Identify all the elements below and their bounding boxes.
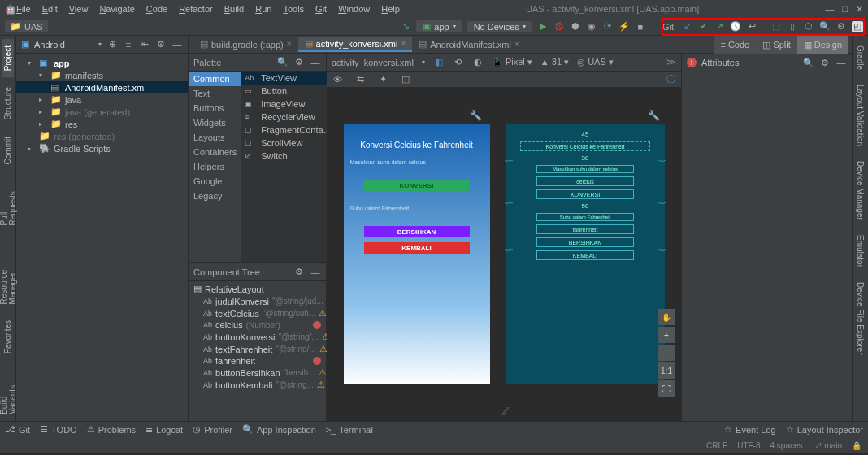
bp-hint2[interactable]: Suhu dalam Fahrenheit — [536, 213, 634, 221]
settings-icon[interactable]: ⚙ — [835, 21, 847, 32]
ct-textCelcius[interactable]: AbtextCelcius "@string/suh...⚠ — [189, 307, 326, 319]
profile-icon[interactable]: ◉ — [586, 21, 597, 32]
menu-code[interactable]: Code — [146, 4, 167, 14]
canvas-btn-4[interactable]: ⛶ — [658, 380, 675, 396]
right-rail-device-file-explorer[interactable]: Device File Explorer — [854, 275, 866, 361]
palette-item-scrollview[interactable]: ▢ScrollView — [241, 136, 334, 150]
palette-item-button[interactable]: ▭Button — [241, 84, 334, 98]
vcs-commit-icon[interactable]: ✔ — [697, 21, 709, 32]
palette-item-fragmentconta[interactable]: ▢FragmentConta... — [241, 124, 334, 136]
left-rail-pull-requests[interactable]: Pull Requests — [0, 174, 19, 232]
sync-icon[interactable]: ↘ — [400, 21, 411, 32]
canvas-btn-1[interactable]: + — [658, 327, 675, 343]
palette-cat-buttons[interactable]: Buttons — [189, 101, 241, 115]
clear-icon[interactable]: ✦ — [377, 74, 388, 85]
bp-celcius[interactable]: celcius — [536, 176, 634, 186]
hide-icon[interactable]: — — [171, 39, 183, 50]
maximize-icon[interactable]: □ — [842, 4, 848, 15]
bp-kembali[interactable]: KEMBALI — [536, 250, 634, 260]
view-design[interactable]: ▦ Design — [797, 36, 848, 54]
canvas-btn-2[interactable]: − — [658, 344, 675, 361]
gear-icon[interactable]: ⚙ — [293, 57, 305, 68]
ct-root[interactable]: ▤RelativeLayout — [189, 283, 326, 295]
tab-AndroidManifest-xml[interactable]: ▤AndroidManifest.xml× — [412, 37, 526, 51]
layout-select-icon[interactable]: ◧ — [433, 57, 445, 68]
hide-icon[interactable]: — — [310, 266, 321, 278]
status-branch[interactable]: ⎇ main — [813, 441, 842, 450]
rollback-icon[interactable]: ↩ — [746, 21, 757, 32]
view-split[interactable]: ◫ Split — [756, 36, 796, 54]
eye-icon[interactable]: 👁 — [332, 74, 343, 85]
bp-fahrenheit[interactable]: fahrenheit — [536, 224, 634, 234]
menu-git[interactable]: Git — [315, 4, 327, 14]
bottom-logcat[interactable]: ≣Logcat — [145, 424, 183, 435]
left-rail-project[interactable]: Project — [2, 39, 14, 77]
bottom-layout-inspector[interactable]: ☆Layout Inspector — [786, 424, 863, 435]
bottom-git[interactable]: ⎇Git — [5, 424, 30, 435]
palette-item-textview[interactable]: AbTextView — [241, 72, 334, 84]
menu-help[interactable]: Help — [381, 4, 400, 14]
palette-cat-containers[interactable]: Containers — [189, 145, 241, 159]
guidelines-icon[interactable]: ◫ — [400, 74, 411, 85]
ct-celcius[interactable]: Abcelcius (Number) — [189, 319, 326, 331]
right-rail-emulator[interactable]: Emulator — [854, 228, 866, 274]
vcs-push-icon[interactable]: ↗ — [714, 21, 725, 32]
menu-view[interactable]: View — [69, 4, 89, 14]
attach-icon[interactable]: ⟳ — [602, 21, 614, 32]
apply-icon[interactable]: ⚡ — [618, 21, 630, 32]
error-badge-icon[interactable]: ! — [687, 58, 697, 67]
tree-res-gen[interactable]: 📁res (generated) — [16, 130, 188, 142]
bottom-profiler[interactable]: ◷Profiler — [193, 424, 232, 435]
right-rail-gradle[interactable]: Gradle — [854, 39, 866, 76]
status-lock-icon[interactable]: 🔒 — [852, 441, 861, 450]
orientation-icon[interactable]: ⟲ — [453, 57, 464, 68]
filter-icon[interactable]: ≡ — [123, 39, 134, 50]
status-crlf[interactable]: CRLF — [706, 441, 727, 450]
close-icon[interactable]: ✕ — [856, 4, 863, 15]
ct-fahrenheit[interactable]: Abfahrenheit — [189, 355, 326, 366]
palette-cat-legacy[interactable]: Legacy — [189, 188, 241, 203]
palette-item-recyclerview[interactable]: ≡RecyclerView — [241, 110, 334, 124]
bp-bersihkan[interactable]: BERSIHKAN — [536, 237, 634, 247]
status-encoding[interactable]: UTF-8 — [737, 441, 760, 450]
resource-icon[interactable]: ⬡ — [803, 21, 814, 32]
tree-manifest-file[interactable]: ▤AndroidManifest.xml — [16, 81, 188, 93]
blueprint-view[interactable]: 45 Konversi Celcius ke Fahrenheit 30 Mas… — [506, 124, 665, 384]
ct-judulKonversi[interactable]: AbjudulKonversi "@string/jud...⚠ — [189, 295, 326, 307]
user-icon[interactable]: ◰ — [852, 21, 863, 32]
hide-icon[interactable]: — — [835, 57, 847, 68]
left-rail-commit[interactable]: Commit — [2, 130, 14, 171]
tree-res[interactable]: ▸📁res — [16, 118, 188, 130]
hide-icon[interactable]: — — [310, 57, 321, 68]
view-code[interactable]: ≡ Code — [714, 36, 756, 54]
left-rail-resource-manager[interactable]: Resource Manager — [0, 236, 19, 310]
menu-run[interactable]: Run — [255, 4, 271, 14]
minimize-icon[interactable]: — — [825, 4, 834, 15]
bottom-problems[interactable]: ⚠Problems — [87, 424, 136, 435]
bp-hint1[interactable]: Masukkan suhu dalam celcius — [536, 165, 634, 173]
debug-icon[interactable]: 🐞 — [553, 21, 565, 32]
palette-cat-google[interactable]: Google — [189, 174, 241, 188]
bottom-event-log[interactable]: ☆Event Log — [724, 424, 776, 435]
palette-cat-common[interactable]: Common — [189, 72, 241, 86]
left-rail-build-variants[interactable]: Build Variants — [0, 363, 19, 421]
run-config-dropdown[interactable]: ▣app▾ — [416, 20, 462, 32]
ct-buttonKonversi[interactable]: AbbuttonKonversi "@string/...⚠ — [189, 331, 326, 343]
stop-icon[interactable]: ■ — [635, 21, 646, 32]
canvas-btn-3[interactable]: 1:1 — [658, 362, 675, 379]
target-icon[interactable]: ⊕ — [106, 39, 118, 50]
right-rail-layout-validation[interactable]: Layout Validation — [854, 78, 866, 153]
canvas-btn-0[interactable]: ✋ — [658, 309, 675, 325]
status-indent[interactable]: 4 spaces — [770, 441, 803, 450]
ct-textFahrenheit[interactable]: AbtextFahrenheit "@string/...⚠ — [189, 343, 326, 355]
palette-item-switch[interactable]: ⊘Switch — [241, 150, 334, 162]
project-chip[interactable]: 📁UAS — [5, 20, 48, 32]
bottom-todo[interactable]: ☰TODO — [40, 424, 77, 435]
tree-gradle[interactable]: ▸🐘Gradle Scripts — [16, 142, 188, 154]
bp-konversi[interactable]: KONVERSI — [536, 189, 634, 199]
right-rail-device-manager[interactable]: Device Manager — [854, 154, 866, 227]
avd-icon[interactable]: ⬚ — [770, 21, 782, 32]
palette-cat-helpers[interactable]: Helpers — [189, 159, 241, 174]
autoconnect-icon[interactable]: ⇆ — [354, 74, 366, 85]
tree-app[interactable]: ▾▣app — [16, 57, 188, 69]
